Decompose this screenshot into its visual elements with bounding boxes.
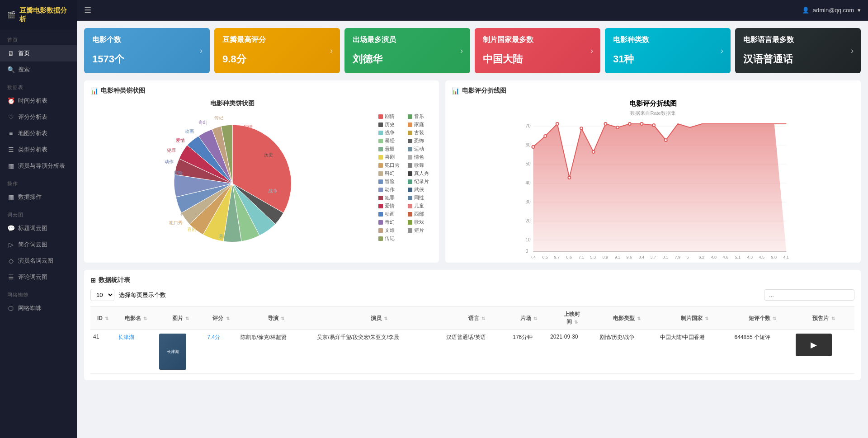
sidebar-item-actor-cloud[interactable]: ◇ 演员名词云图 — [0, 253, 77, 269]
svg-marker-31 — [533, 124, 787, 252]
legend-sport: 运动 — [408, 146, 433, 152]
stat-card-top-rating[interactable]: 豆瓣最高评分 9.8分 › — [214, 28, 340, 73]
col-genre: 电影类型 ⇅ — [597, 307, 657, 330]
svg-text:奇幻: 奇幻 — [198, 120, 208, 125]
cell-runtime: 176分钟 — [510, 330, 547, 374]
card-genre-count-value: 31种 — [613, 52, 722, 66]
page-size-label: 选择每页显示个数 — [119, 291, 166, 299]
content-area: 电影个数 1573个 › 豆瓣最高评分 9.8分 › 出场最多演员 刘德华 › … — [77, 21, 868, 438]
svg-text:6.5: 6.5 — [542, 255, 548, 259]
legend-mystery: 悬疑 — [378, 146, 403, 152]
card-most-actor-title: 出场最多演员 — [353, 35, 462, 45]
line-svg: 70 60 50 40 30 20 10 0 — [452, 119, 854, 255]
sidebar-item-data-ops[interactable]: ▦ 数据操作 — [0, 189, 77, 205]
sidebar-item-title-cloud[interactable]: 💬 标题词云图 — [0, 220, 77, 236]
stat-card-most-actor[interactable]: 出场最多演员 刘德华 › — [344, 28, 470, 73]
topbar: ☰ 👤 admin@qq.com ▾ — [77, 0, 868, 21]
sidebar-item-time[interactable]: ⏰ 时间分析表 — [0, 93, 77, 109]
cell-id: 41 — [90, 330, 115, 374]
svg-text:7.1: 7.1 — [579, 255, 585, 259]
sidebar-item-intro-cloud[interactable]: ▷ 简介词云图 — [0, 236, 77, 253]
search-icon: 🔍 — [7, 66, 14, 73]
sidebar-item-rating[interactable]: ♡ 评分分析表 — [0, 109, 77, 125]
cell-reviews: 644855 个短评 — [732, 330, 793, 374]
table-panel-title: ⊞ 数据统计表 — [90, 276, 854, 284]
movie-name-link[interactable]: 长津湖 — [118, 334, 134, 340]
sidebar-item-network[interactable]: ⬡ 网络蜘蛛 — [0, 300, 77, 316]
sidebar-home-label: 首页 — [18, 49, 30, 57]
sidebar: 🎬 豆瓣电影数据分析 首页 🖥 首页 🔍 搜索 数据表 ⏰ 时间分析表 ♡ 评分… — [0, 0, 77, 438]
line-panel-title: 📊 电影评分折线图 — [452, 87, 854, 95]
card-top-rating-title: 豆瓣最高评分 — [222, 35, 332, 45]
legend-documentary: 纪录片 — [408, 178, 433, 185]
svg-text:0: 0 — [526, 249, 528, 254]
card-arrow-2: › — [460, 46, 463, 56]
app-logo: 🎬 豆瓣电影数据分析 — [0, 0, 77, 30]
col-runtime: 片场 ⇅ — [510, 307, 547, 330]
sidebar-item-search[interactable]: 🔍 搜索 — [0, 61, 77, 78]
cell-actors: 吴京/易烊千玺/段奕宏/朱亚文/李晨 — [314, 330, 443, 374]
svg-text:7.4: 7.4 — [530, 255, 536, 259]
card-arrow-5: › — [851, 46, 854, 56]
svg-text:9.8: 9.8 — [771, 255, 777, 259]
table-title-icon: ⊞ — [90, 277, 96, 284]
home-icon: 🖥 — [7, 50, 14, 57]
svg-text:8.4: 8.4 — [639, 255, 645, 259]
legend-short: 短片 — [408, 227, 433, 234]
table-search-input[interactable] — [764, 289, 854, 301]
svg-text:4.1: 4.1 — [783, 255, 789, 259]
table-title-text: 数据统计表 — [99, 276, 130, 284]
stat-cards-row: 电影个数 1573个 › 豆瓣最高评分 9.8分 › 出场最多演员 刘德华 › … — [84, 28, 861, 73]
line-chart-container: 电影评分折线图 数据来自Rate数据集 70 60 50 40 30 20 10… — [452, 99, 854, 256]
svg-point-36 — [580, 127, 583, 130]
col-reviews: 短评个数 ⇅ — [732, 307, 793, 330]
intro-cloud-icon: ▷ — [7, 241, 14, 248]
line-chart-panel: 📊 电影评分折线图 电影评分折线图 数据来自Rate数据集 70 60 50 4… — [445, 80, 861, 263]
legend-comedy: 喜剧 — [378, 154, 403, 160]
svg-text:4.3: 4.3 — [747, 255, 753, 259]
sidebar-item-review-cloud[interactable]: ☰ 评论词云图 — [0, 269, 77, 285]
svg-text:50: 50 — [526, 161, 531, 166]
topbar-right: 👤 admin@qq.com ▾ — [802, 7, 861, 14]
col-actors: 演员 ⇅ — [314, 307, 443, 330]
sidebar-item-actor-director[interactable]: ▦ 演员与导演分析表 — [0, 158, 77, 174]
table-panel: ⊞ 数据统计表 10 20 50 选择每页显示个数 ID ⇅ 电影名 ⇅ 图片 … — [84, 270, 861, 380]
legend-costume: 古装 — [408, 129, 433, 136]
app-title: 豆瓣电影数据分析 — [19, 6, 70, 24]
card-arrow-1: › — [330, 46, 333, 56]
sidebar-item-type[interactable]: ☰ 类型分析表 — [0, 141, 77, 158]
stat-card-most-country[interactable]: 制片国家最多数 中国大陆 › — [475, 28, 600, 73]
sidebar-item-map[interactable]: ≡ 地图分析表 — [0, 125, 77, 141]
video-thumbnail[interactable]: ▶ — [796, 334, 832, 356]
time-icon: ⏰ — [7, 97, 14, 104]
sidebar-network-label: 网络蜘蛛 — [18, 304, 42, 312]
topbar-left: ☰ — [84, 5, 91, 15]
table-controls: 10 20 50 选择每页显示个数 — [90, 289, 854, 301]
sidebar-title-cloud-label: 标题词云图 — [18, 224, 47, 232]
svg-text:9.7: 9.7 — [554, 255, 560, 259]
section-home-label: 首页 — [0, 30, 77, 45]
hamburger-icon[interactable]: ☰ — [84, 5, 91, 15]
stat-card-movie-count[interactable]: 电影个数 1573个 › — [84, 28, 210, 73]
svg-text:9.1: 9.1 — [615, 255, 621, 259]
stat-card-genre-count[interactable]: 电影种类数 31种 › — [605, 28, 731, 73]
svg-text:4.5: 4.5 — [759, 255, 765, 259]
sidebar-type-label: 类型分析表 — [18, 146, 47, 154]
svg-text:动作: 动作 — [165, 159, 174, 164]
cell-release: 2021-09-30 — [547, 330, 597, 374]
sidebar-item-home[interactable]: 🖥 首页 — [0, 45, 77, 61]
actor-icon: ▦ — [7, 162, 14, 170]
svg-text:冒险: 冒险 — [174, 170, 183, 175]
legend-history: 历史 — [378, 121, 403, 128]
card-most-country-value: 中国大陆 — [483, 52, 592, 66]
svg-text:8.9: 8.9 — [603, 255, 609, 259]
line-title-text: 电影评分折线图 — [462, 87, 506, 95]
legend-romance: 爱情 — [378, 203, 403, 209]
dropdown-icon[interactable]: ▾ — [858, 7, 861, 14]
type-icon: ☰ — [7, 146, 14, 153]
col-trailer: 预告片 ⇅ — [793, 307, 854, 330]
stat-card-most-language[interactable]: 电影语言最多数 汉语普通话 › — [735, 28, 861, 73]
line-chart-subtitle: 数据来自Rate数据集 — [452, 110, 854, 117]
page-size-select[interactable]: 10 20 50 — [90, 289, 114, 301]
sidebar-intro-cloud-label: 简介词云图 — [18, 240, 47, 249]
